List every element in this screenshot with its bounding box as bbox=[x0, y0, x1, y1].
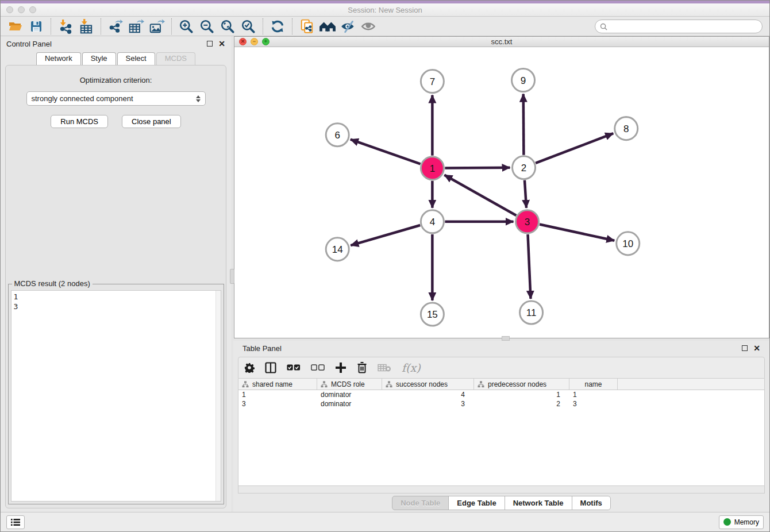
column-header-MCDS-role[interactable]: MCDS role bbox=[317, 379, 382, 390]
export-image-button[interactable] bbox=[147, 18, 167, 35]
network-maximize-button[interactable]: + bbox=[262, 38, 270, 45]
clone-network-button[interactable] bbox=[297, 18, 317, 35]
graph-node-2[interactable]: 2 bbox=[513, 156, 536, 179]
graph-node-15[interactable]: 15 bbox=[421, 303, 444, 326]
table-cell[interactable]: 3 bbox=[569, 399, 618, 408]
graph-node-7[interactable]: 7 bbox=[421, 70, 444, 93]
table-cell[interactable]: dominator bbox=[317, 390, 382, 399]
table-cell[interactable]: dominator bbox=[317, 399, 382, 408]
graph-edge-3-1[interactable] bbox=[444, 175, 516, 215]
minimize-window-button[interactable] bbox=[18, 6, 25, 13]
apply-layout-button[interactable] bbox=[267, 18, 288, 35]
show-columns-button[interactable] bbox=[265, 360, 276, 375]
graph-node-11[interactable]: 11 bbox=[520, 301, 543, 324]
save-session-button[interactable] bbox=[26, 18, 47, 35]
first-neighbors-button[interactable] bbox=[317, 18, 338, 35]
column-tree-icon bbox=[386, 381, 392, 388]
graph-node-10[interactable]: 10 bbox=[617, 232, 640, 255]
zoom-selected-button[interactable] bbox=[238, 18, 259, 35]
vertical-splitter[interactable] bbox=[231, 36, 233, 512]
criterion-select[interactable]: strongly connected component bbox=[26, 91, 206, 106]
mcds-result-text[interactable]: 13 bbox=[11, 290, 221, 502]
tab-mcds[interactable]: MCDS bbox=[156, 52, 195, 65]
select-all-button[interactable] bbox=[287, 360, 301, 375]
column-header-successor-nodes[interactable]: successor nodes bbox=[382, 379, 474, 390]
table-settings-button[interactable] bbox=[244, 360, 255, 375]
zoom-in-button[interactable] bbox=[176, 18, 197, 35]
splitter-handle[interactable] bbox=[230, 269, 234, 284]
close-panel-icon[interactable]: ✕ bbox=[218, 41, 225, 47]
zoom-fit-icon bbox=[220, 19, 235, 34]
main-area: Control Panel ✕ NetworkStyleSelectMCDS O… bbox=[1, 36, 769, 512]
table-cell[interactable]: 4 bbox=[382, 390, 474, 399]
graph-edge-2-9[interactable] bbox=[523, 94, 524, 155]
graph-edge-4-14[interactable] bbox=[351, 225, 420, 245]
table-cell[interactable]: 1 bbox=[238, 390, 317, 399]
graph-edge-3-11[interactable] bbox=[528, 234, 531, 299]
graph-node-8[interactable]: 8 bbox=[615, 117, 638, 140]
float-panel-icon[interactable] bbox=[742, 345, 748, 351]
tab-network[interactable]: Network bbox=[36, 52, 81, 65]
show-all-button[interactable] bbox=[359, 18, 379, 35]
zoom-fit-button[interactable] bbox=[217, 18, 238, 35]
float-panel-icon[interactable] bbox=[207, 41, 213, 47]
table-cell[interactable]: 3 bbox=[238, 399, 317, 408]
network-minimize-button[interactable]: − bbox=[251, 38, 258, 45]
import-network-button[interactable] bbox=[55, 18, 76, 35]
graph-edge-1-6[interactable] bbox=[351, 140, 421, 164]
maximize-window-button[interactable] bbox=[29, 6, 36, 13]
network-close-button[interactable]: ✕ bbox=[239, 38, 247, 45]
delete-column-button[interactable] bbox=[357, 360, 367, 375]
table-cell[interactable]: 1 bbox=[569, 390, 618, 399]
graph-edge-3-10[interactable] bbox=[540, 225, 614, 241]
search-input[interactable] bbox=[610, 22, 757, 30]
horizontal-scrollbar[interactable] bbox=[238, 486, 765, 494]
close-panel-icon[interactable]: ✕ bbox=[753, 345, 760, 351]
tab-network-table[interactable]: Network Table bbox=[505, 496, 572, 510]
horizontal-splitter[interactable] bbox=[233, 338, 769, 341]
table-row[interactable]: 3dominator323 bbox=[238, 399, 764, 408]
graph-node-1[interactable]: 1 bbox=[421, 157, 444, 180]
add-column-button[interactable] bbox=[335, 360, 346, 375]
open-session-button[interactable] bbox=[5, 18, 26, 35]
export-network-button[interactable] bbox=[105, 18, 126, 35]
export-table-button[interactable] bbox=[126, 18, 147, 35]
import-table-button[interactable] bbox=[76, 18, 97, 35]
tab-node-table[interactable]: Node Table bbox=[392, 496, 449, 510]
memory-button[interactable]: Memory bbox=[719, 515, 764, 529]
network-canvas[interactable]: 1234678910111415 bbox=[234, 47, 769, 338]
graph-edge-2-3[interactable] bbox=[525, 180, 526, 208]
close-window-button[interactable] bbox=[6, 6, 13, 13]
graph-node-9[interactable]: 9 bbox=[512, 69, 535, 92]
table-cell[interactable]: 2 bbox=[474, 399, 569, 408]
search-box[interactable] bbox=[595, 20, 763, 33]
table-cell[interactable]: 1 bbox=[474, 390, 569, 399]
automation-panel-button[interactable] bbox=[6, 515, 25, 529]
scrollbar-track[interactable] bbox=[215, 291, 221, 501]
tab-style[interactable]: Style bbox=[82, 52, 116, 65]
column-header-name[interactable]: name bbox=[569, 379, 618, 390]
graph-node-3[interactable]: 3 bbox=[516, 210, 539, 233]
memory-label: Memory bbox=[734, 518, 759, 526]
delete-table-icon bbox=[378, 363, 391, 372]
column-header-predecessor-nodes[interactable]: predecessor nodes bbox=[474, 379, 569, 390]
graph-node-14[interactable]: 14 bbox=[326, 238, 349, 261]
network-graph[interactable]: 1234678910111415 bbox=[234, 47, 769, 338]
deselect-all-button[interactable] bbox=[311, 360, 325, 375]
close-panel-button[interactable]: Close panel bbox=[122, 115, 181, 128]
graph-node-4[interactable]: 4 bbox=[421, 210, 444, 233]
node-table[interactable]: shared nameMCDS rolesuccessor nodesprede… bbox=[238, 379, 765, 486]
graph-edge-2-8[interactable] bbox=[536, 134, 613, 164]
tab-edge-table[interactable]: Edge Table bbox=[448, 496, 505, 510]
tab-motifs[interactable]: Motifs bbox=[572, 496, 611, 510]
column-header-shared-name[interactable]: shared name bbox=[238, 379, 317, 390]
table-cell[interactable]: 3 bbox=[382, 399, 474, 408]
table-row[interactable]: 1dominator411 bbox=[238, 390, 764, 399]
zoom-out-button[interactable] bbox=[197, 18, 217, 35]
hide-selected-button[interactable] bbox=[338, 18, 359, 35]
splitter-handle[interactable] bbox=[502, 336, 510, 341]
graph-edge-1-2[interactable] bbox=[445, 168, 510, 168]
graph-node-6[interactable]: 6 bbox=[326, 124, 349, 147]
run-mcds-button[interactable]: Run MCDS bbox=[51, 115, 108, 128]
tab-select[interactable]: Select bbox=[117, 52, 155, 65]
